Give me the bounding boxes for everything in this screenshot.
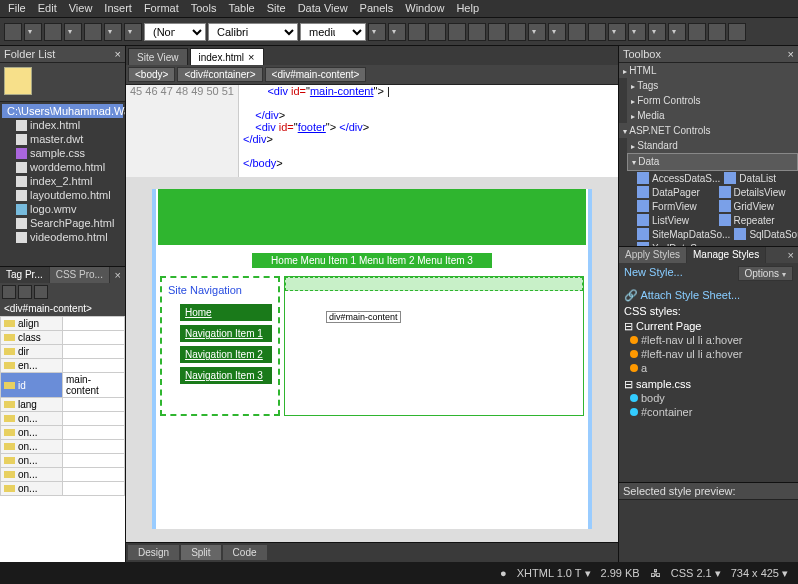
status-xhtml[interactable]: XHTML 1.0 T ▾ bbox=[517, 567, 591, 580]
image-button[interactable] bbox=[668, 23, 686, 41]
menu-data-view[interactable]: Data View bbox=[294, 2, 352, 15]
current-page-group[interactable]: ⊟ Current Page bbox=[624, 320, 793, 333]
header-band[interactable] bbox=[158, 189, 586, 245]
tree-file[interactable]: index_2.html bbox=[2, 174, 123, 188]
close-icon[interactable]: × bbox=[784, 247, 798, 263]
preview-button[interactable] bbox=[84, 23, 102, 41]
style-select[interactable]: (None) bbox=[144, 23, 206, 41]
breadcrumb-item[interactable]: <body> bbox=[128, 67, 175, 82]
fontcolor-button[interactable] bbox=[368, 23, 386, 41]
underline-button[interactable] bbox=[428, 23, 446, 41]
close-icon[interactable]: × bbox=[788, 48, 794, 60]
css-rule[interactable]: #left-nav ul li a:hover bbox=[630, 347, 793, 361]
tab-tag-properties[interactable]: Tag Pr... bbox=[0, 267, 50, 283]
toolbox-group-standard[interactable]: Standard bbox=[627, 138, 798, 153]
property-grid[interactable]: alignclassdiren...idmain-contentlangon..… bbox=[0, 316, 125, 562]
justify-button[interactable] bbox=[508, 23, 526, 41]
ruler-button[interactable] bbox=[708, 23, 726, 41]
toolbox-item[interactable]: ListView bbox=[635, 213, 717, 227]
code-editor[interactable]: 45 46 47 48 49 50 51 <div id="main-conte… bbox=[126, 85, 618, 177]
doc-tab[interactable]: Site View bbox=[128, 48, 188, 65]
prop-cat-button[interactable] bbox=[18, 285, 32, 299]
css-rule[interactable]: #left-nav ul li a:hover bbox=[630, 333, 793, 347]
left-nav-box[interactable]: Site Navigation HomeNavigation Item 1Nav… bbox=[160, 276, 280, 416]
attach-stylesheet-link[interactable]: 🔗 Attach Style Sheet... bbox=[624, 289, 740, 301]
toolbox-item[interactable]: AccessDataS... bbox=[635, 171, 722, 185]
status-css[interactable]: CSS 2.1 ▾ bbox=[671, 567, 721, 580]
tree-file[interactable]: worddemo.html bbox=[2, 160, 123, 174]
prop-sort-button[interactable] bbox=[2, 285, 16, 299]
leftnav-item[interactable]: Navigation Item 1 bbox=[180, 325, 272, 342]
menu-file[interactable]: File bbox=[4, 2, 30, 15]
nav-band[interactable]: Home Menu Item 1 Menu Item 2 Menu Item 3 bbox=[252, 253, 492, 268]
tree-file[interactable]: SearchPage.html bbox=[2, 216, 123, 230]
toolbox-item[interactable]: DataList bbox=[722, 171, 798, 185]
menu-site[interactable]: Site bbox=[263, 2, 290, 15]
tab-css-properties[interactable]: CSS Pro... bbox=[50, 267, 110, 283]
font-size-select[interactable]: medium bbox=[300, 23, 366, 41]
toolbox-item[interactable]: DetailsView bbox=[717, 185, 799, 199]
toolbox-item[interactable]: GridView bbox=[717, 199, 799, 213]
tree-file[interactable]: layoutdemo.html bbox=[2, 188, 123, 202]
prop-show-button[interactable] bbox=[34, 285, 48, 299]
tab-manage-styles[interactable]: Manage Styles bbox=[687, 247, 766, 263]
indent-button[interactable] bbox=[588, 23, 606, 41]
page-canvas[interactable]: Home Menu Item 1 Menu Item 2 Menu Item 3… bbox=[152, 189, 592, 529]
sample-css-group[interactable]: ⊟ sample.css bbox=[624, 378, 793, 391]
leftnav-item[interactable]: Navigation Item 3 bbox=[180, 367, 272, 384]
open-button[interactable] bbox=[44, 23, 62, 41]
breadcrumb-item[interactable]: <div#main-content> bbox=[265, 67, 367, 82]
tree-root[interactable]: C:\Users\Muhammad.Waqas\Do bbox=[2, 104, 123, 118]
leftnav-item[interactable]: Navigation Item 2 bbox=[180, 346, 272, 363]
menu-view[interactable]: View bbox=[65, 2, 97, 15]
breadcrumb-item[interactable]: <div#container> bbox=[177, 67, 262, 82]
guides-button[interactable] bbox=[728, 23, 746, 41]
toolbox-item[interactable]: FormView bbox=[635, 199, 717, 213]
doc-tab[interactable]: index.html × bbox=[190, 48, 264, 65]
menu-panels[interactable]: Panels bbox=[356, 2, 398, 15]
menu-format[interactable]: Format bbox=[140, 2, 183, 15]
new-button[interactable] bbox=[4, 23, 22, 41]
link-button[interactable] bbox=[688, 23, 706, 41]
view-design[interactable]: Design bbox=[128, 545, 179, 560]
selection-band[interactable] bbox=[285, 277, 583, 291]
main-content-box[interactable] bbox=[284, 276, 584, 416]
toolbox-group-data[interactable]: Data bbox=[627, 153, 798, 171]
close-icon[interactable]: × bbox=[111, 267, 125, 283]
css-rule[interactable]: body bbox=[630, 391, 793, 405]
close-icon[interactable]: × bbox=[248, 51, 254, 63]
menu-window[interactable]: Window bbox=[401, 2, 448, 15]
tab-apply-styles[interactable]: Apply Styles bbox=[619, 247, 687, 263]
css-rule[interactable]: a bbox=[630, 361, 793, 375]
design-surface[interactable]: Home Menu Item 1 Menu Item 2 Menu Item 3… bbox=[126, 177, 618, 542]
view-code[interactable]: Code bbox=[223, 545, 267, 560]
align-center-button[interactable] bbox=[468, 23, 486, 41]
toolbox-group-asp[interactable]: ASP.NET Controls bbox=[619, 123, 798, 138]
align-right-button[interactable] bbox=[488, 23, 506, 41]
menu-tools[interactable]: Tools bbox=[187, 2, 221, 15]
menu-help[interactable]: Help bbox=[452, 2, 483, 15]
menu-insert[interactable]: Insert bbox=[100, 2, 136, 15]
toolbox-subgroup[interactable]: Tags bbox=[627, 78, 798, 93]
leftnav-item[interactable]: Home bbox=[180, 304, 272, 321]
undo-button[interactable] bbox=[124, 23, 142, 41]
tree-file[interactable]: logo.wmv bbox=[2, 202, 123, 216]
highlight-button[interactable] bbox=[628, 23, 646, 41]
menu-table[interactable]: Table bbox=[224, 2, 258, 15]
menu-edit[interactable]: Edit bbox=[34, 2, 61, 15]
align-left-button[interactable] bbox=[448, 23, 466, 41]
toolbox-item[interactable]: SqlDataSource bbox=[732, 227, 798, 241]
tree-file[interactable]: master.dwt bbox=[2, 132, 123, 146]
toolbox-item[interactable]: DataPager bbox=[635, 185, 717, 199]
tree-file[interactable]: index.html bbox=[2, 118, 123, 132]
list-ol-button[interactable] bbox=[548, 23, 566, 41]
toolbox-subgroup[interactable]: Media bbox=[627, 108, 798, 123]
toolbox-item[interactable]: Repeater bbox=[717, 213, 799, 227]
bold-button[interactable] bbox=[388, 23, 406, 41]
italic-button[interactable] bbox=[408, 23, 426, 41]
font-family-select[interactable]: Calibri bbox=[208, 23, 298, 41]
status-dims[interactable]: 734 x 425 ▾ bbox=[731, 567, 788, 580]
new-style-link[interactable]: New Style... bbox=[624, 266, 683, 278]
toolbox-group-html[interactable]: HTML bbox=[619, 63, 798, 78]
tree-file[interactable]: videodemo.html bbox=[2, 230, 123, 244]
